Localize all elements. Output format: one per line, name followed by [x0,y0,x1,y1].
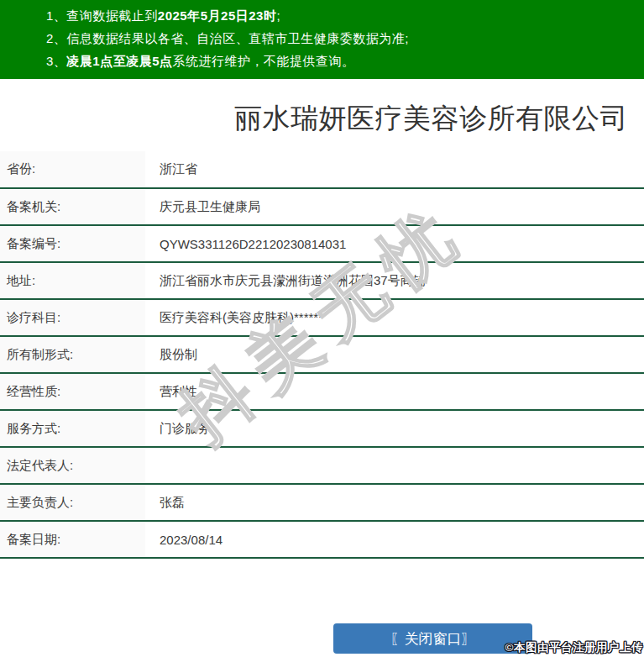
field-value: 门诊服务 [145,410,644,447]
notice-text: 查询数据截止到 [66,8,158,23]
field-label: 所有制形式: [0,336,145,373]
field-value: 2023/08/14 [145,521,644,558]
notice-text-bold: 凌晨1点至凌晨5点 [66,54,172,68]
field-value: 营利性 [145,373,644,410]
notice-number: 2、 [46,31,66,45]
notice-text: ; [276,8,280,23]
notice-text: 信息数据结果以各省、自治区、直辖市卫生健康委数据为准; [66,31,409,45]
field-label: 经营性质: [0,373,145,410]
table-row-legal-representative: 法定代表人: [0,447,644,484]
table-row-filing-date: 备案日期: 2023/08/14 [0,521,644,558]
footer: 〖关闭窗口〗 ©本图由平台注册用户上传 [0,623,644,657]
field-label: 备案编号: [0,225,145,262]
field-label: 地址: [0,262,145,299]
table-row-business-nature: 经营性质: 营利性 [0,373,644,410]
field-value: 浙江省 [145,151,644,188]
notice-text: 系统进行维护，不能提供查询。 [173,54,355,68]
upload-attribution-note: ©本图由平台注册用户上传 [505,640,643,655]
close-window-button[interactable]: 〖关闭窗口〗 [333,623,532,654]
table-row-filing-number: 备案编号: QYWS331126D22120230814031 [0,225,644,262]
field-value: 浙江省丽水市庆元县濛洲街道濛洲花园37号商铺 [145,262,644,299]
table-row-filing-authority: 备案机关: 庆元县卫生健康局 [0,188,644,225]
notice-line-1: 1、查询数据截止到2025年5月25日23时; [46,4,636,27]
table-row-service-mode: 服务方式: 门诊服务 [0,410,644,447]
field-value: QYWS331126D22120230814031 [145,225,644,262]
page-title: 丽水瑞妍医疗美容诊所有限公司 [234,103,644,134]
table-row-treatment-subjects: 诊疗科目: 医疗美容科(美容皮肤科)****** [0,299,644,336]
field-value [145,447,644,484]
field-label: 法定代表人: [0,447,145,484]
field-label: 省份: [0,151,145,188]
notice-number: 3、 [46,54,66,68]
table-row-address: 地址: 浙江省丽水市庆元县濛洲街道濛洲花园37号商铺 [0,262,644,299]
table-row-ownership-form: 所有制形式: 股份制 [0,336,644,373]
field-value: 股份制 [145,336,644,373]
field-value: 医疗美容科(美容皮肤科)****** [145,299,644,336]
notice-number: 1、 [46,8,66,23]
notice-line-2: 2、信息数据结果以各省、自治区、直辖市卫生健康委数据为准; [46,27,636,50]
field-label: 服务方式: [0,410,145,447]
notice-bar: 1、查询数据截止到2025年5月25日23时; 2、信息数据结果以各省、自治区、… [0,0,644,79]
table-row-principal: 主要负责人: 张磊 [0,484,644,521]
field-label: 诊疗科目: [0,299,145,336]
field-label: 主要负责人: [0,484,145,521]
notice-line-3: 3、凌晨1点至凌晨5点系统进行维护，不能提供查询。 [46,50,636,72]
field-label: 备案日期: [0,521,145,558]
table-row-province: 省份: 浙江省 [0,151,644,188]
field-label: 备案机关: [0,188,145,225]
notice-text-bold: 2025年5月25日23时 [158,8,277,23]
field-value: 张磊 [145,484,644,521]
clinic-info-table: 省份: 浙江省 备案机关: 庆元县卫生健康局 备案编号: QYWS331126D… [0,151,644,559]
field-value: 庆元县卫生健康局 [145,188,644,225]
